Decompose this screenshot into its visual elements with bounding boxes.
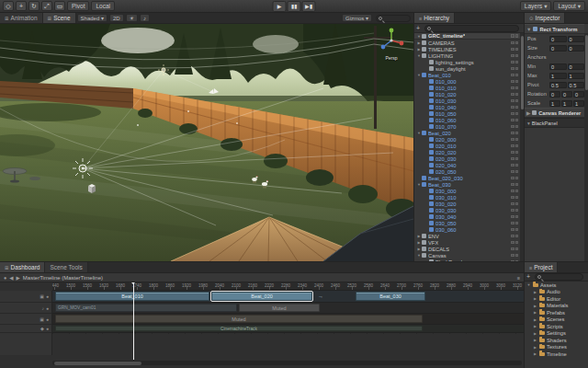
pick-toggle-icon[interactable] (515, 93, 519, 97)
foldout-arrow-icon[interactable]: ▾ (527, 121, 530, 126)
project-folder-row[interactable]: ▶Textures (525, 344, 585, 351)
expand-arrow-icon[interactable]: ▶ (533, 290, 537, 294)
tab-scene[interactable]: ⊞ Scene (43, 13, 76, 23)
hierarchy-row[interactable]: 030_030 (414, 207, 520, 213)
visibility-toggle-icon[interactable] (511, 74, 514, 77)
timeline-clip[interactable]: GRN_MOV_cam01 (55, 304, 237, 312)
timeline-clip[interactable]: Beat_030 (356, 292, 425, 301)
lighting-toggle-icon[interactable]: ☀ (126, 14, 138, 22)
track-type-icon[interactable]: ♪ (41, 305, 44, 311)
track-lane[interactable]: CinemachineTrack (52, 325, 524, 333)
field-value[interactable]: 0.5 (549, 82, 567, 88)
pick-toggle-icon[interactable] (515, 48, 519, 52)
expand-arrow-icon[interactable]: ▶ (533, 331, 537, 336)
pivot-toggle[interactable]: Pivot (67, 1, 89, 11)
record-icon[interactable]: ● (46, 326, 49, 331)
visibility-toggle-icon[interactable] (511, 132, 514, 135)
timeline-ruler[interactable]: 1440150015601620168017401800186019201980… (52, 282, 524, 291)
pick-toggle-icon[interactable] (515, 228, 519, 232)
field-value[interactable]: 0 (549, 91, 560, 98)
visibility-toggle-icon[interactable] (511, 67, 514, 71)
pick-toggle-icon[interactable] (515, 241, 519, 245)
local-toggle[interactable]: Local (91, 1, 115, 11)
pick-toggle-icon[interactable] (515, 80, 519, 84)
project-folder-row[interactable]: ▶Scripts (525, 323, 585, 330)
foldout-arrow-icon[interactable]: ▶ (526, 110, 530, 116)
field-value[interactable]: 1 (573, 100, 584, 107)
visibility-toggle-icon[interactable] (511, 99, 514, 103)
hierarchy-row[interactable]: Beat_020_030 (414, 175, 520, 181)
hierarchy-row[interactable]: 010_050 (414, 110, 520, 117)
track-lane[interactable]: GRN_MOV_cam01Muted (52, 303, 524, 314)
hierarchy-row[interactable]: 030_060 (414, 226, 520, 233)
field-value[interactable]: 0 (549, 45, 567, 52)
step-button[interactable]: ▶▮ (302, 1, 316, 12)
project-folder-row[interactable]: ▼Assets (525, 282, 585, 289)
foldout-arrow-icon[interactable]: ▼ (526, 27, 531, 32)
material-row[interactable]: ▾ BlackPanel (525, 118, 584, 128)
field-value[interactable]: 0 (549, 36, 567, 42)
hierarchy-row[interactable]: 030_020 (414, 201, 520, 207)
create-object-button[interactable]: + (416, 25, 420, 32)
hierarchy-row[interactable]: 020_040 (414, 162, 520, 168)
prev-frame-icon[interactable]: ◀ (9, 275, 13, 281)
record-icon[interactable]: ● (46, 305, 49, 311)
project-folder-row[interactable]: ▶Audio (525, 289, 585, 296)
scrollbar-thumb[interactable] (54, 362, 141, 365)
hierarchy-row[interactable]: ▶DECALS (414, 246, 520, 252)
timeline-clip[interactable]: → (316, 292, 325, 301)
pick-toggle-icon[interactable] (515, 151, 519, 155)
timeline-clip[interactable]: Beat_010 (55, 292, 209, 301)
visibility-toggle-icon[interactable] (511, 61, 514, 64)
hierarchy-row[interactable]: 030_040 (414, 213, 520, 220)
field-value[interactable]: 0 (568, 45, 585, 52)
pick-toggle-icon[interactable] (515, 235, 519, 238)
record-icon[interactable]: ● (46, 316, 49, 322)
field-value[interactable]: 1 (549, 100, 560, 107)
field-value[interactable]: 1 (549, 73, 567, 79)
pick-toggle-icon[interactable] (515, 125, 519, 129)
scale-tool-icon[interactable]: ⤢ (41, 1, 52, 11)
menu-icon[interactable]: ≡ (517, 275, 520, 281)
record-icon[interactable]: ● (46, 293, 49, 299)
pick-toggle-icon[interactable] (515, 106, 519, 109)
pick-toggle-icon[interactable] (515, 61, 519, 64)
field-value[interactable]: 0 (573, 91, 584, 98)
hierarchy-row[interactable]: ▶TIMELINES (414, 46, 520, 52)
visibility-toggle-icon[interactable] (511, 202, 514, 206)
hierarchy-row[interactable]: ▼Beat_020 (414, 130, 520, 136)
scrollbar-thumb[interactable] (585, 35, 588, 90)
expand-arrow-icon[interactable]: ▶ (533, 304, 537, 308)
expand-arrow-icon[interactable]: ▼ (526, 282, 531, 287)
scene-viewport[interactable]: Persp (0, 24, 413, 261)
visibility-toggle-icon[interactable] (511, 119, 514, 122)
hierarchy-search-input[interactable] (424, 25, 519, 32)
hierarchy-row[interactable]: 010_000 (414, 78, 520, 85)
track-header[interactable]: ▣● (0, 314, 51, 325)
project-folder-row[interactable]: ▶Timeline (525, 351, 585, 358)
pick-toggle-icon[interactable] (515, 215, 519, 219)
track-type-icon[interactable]: ◆ (40, 326, 44, 331)
timeline-scrollbar[interactable] (52, 361, 522, 365)
hierarchy-row[interactable]: 010_060 (414, 117, 520, 123)
layout-dropdown[interactable]: Layout ▾ (553, 1, 585, 11)
visibility-toggle-icon[interactable] (511, 170, 514, 174)
timeline-clip[interactable]: CinemachineTrack (55, 326, 423, 331)
visibility-toggle-icon[interactable] (511, 247, 514, 251)
track-lane[interactable]: Beat_010Beat_020→Beat_030 (52, 291, 524, 303)
hierarchy-row[interactable]: 010_020 (414, 91, 520, 98)
project-folder-row[interactable]: ▶Shaders (525, 337, 585, 344)
visibility-toggle-icon[interactable] (511, 86, 514, 90)
visibility-toggle-icon[interactable] (511, 144, 514, 148)
hierarchy-row[interactable]: 020_020 (414, 149, 520, 155)
shaded-dropdown[interactable]: Shaded ▾ (77, 14, 107, 22)
visibility-toggle-icon[interactable] (511, 241, 514, 245)
timeline-breadcrumb[interactable]: MasterTimeline (MasterTimeline) (23, 275, 103, 281)
audio-toggle-icon[interactable]: ♪ (140, 14, 150, 22)
play-button[interactable]: ▶ (273, 1, 287, 12)
visibility-toggle-icon[interactable] (511, 222, 514, 225)
tab-scene-tools[interactable]: Scene Tools (45, 262, 87, 272)
project-folder-row[interactable]: ▶Settings (525, 330, 585, 338)
pick-toggle-icon[interactable] (515, 119, 519, 122)
hierarchy-row[interactable]: ▶ENV (414, 233, 520, 239)
